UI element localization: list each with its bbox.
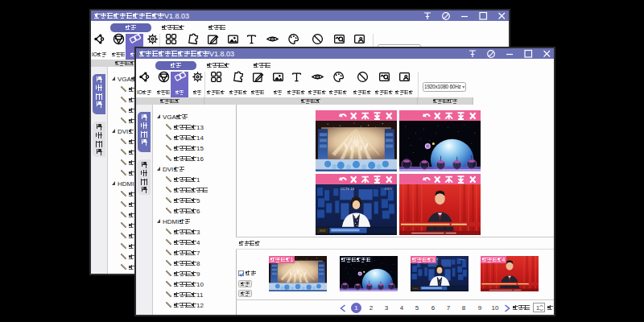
svg-text:CNTV: CNTV bbox=[385, 188, 393, 191]
svg-text:CNTV: CNTV bbox=[460, 258, 465, 261]
svg-text:####: #### bbox=[320, 229, 326, 233]
svg-text:####: #### bbox=[413, 287, 418, 290]
svg-text:CCTV 13: CCTV 13 bbox=[341, 187, 354, 191]
